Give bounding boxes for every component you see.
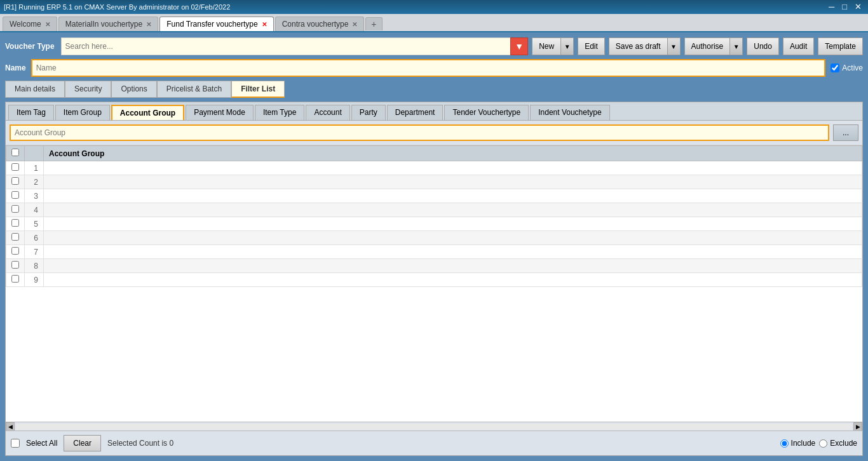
tab-add-button[interactable]: + bbox=[365, 17, 382, 30]
main-window: Welcome ✕ MaterialIn vouchertype ✕ Fund … bbox=[0, 14, 868, 461]
header-checkbox[interactable] bbox=[11, 149, 19, 156]
active-checkbox[interactable] bbox=[831, 63, 839, 72]
new-dropdown-arrow[interactable]: ▼ bbox=[561, 37, 574, 55]
audit-button[interactable]: Audit bbox=[783, 37, 814, 55]
sub-tab-tender-vouchertype[interactable]: Tender Vouchertype bbox=[444, 105, 529, 120]
select-all-checkbox[interactable] bbox=[11, 439, 20, 448]
tab-welcome[interactable]: Welcome ✕ bbox=[3, 17, 57, 31]
template-button[interactable]: Template bbox=[818, 37, 863, 55]
save-draft-dropdown-arrow[interactable]: ▼ bbox=[668, 37, 681, 55]
minimize-button[interactable]: ─ bbox=[826, 1, 837, 13]
table-body: 1 2 3 4 5 6 7 bbox=[6, 161, 862, 287]
name-input[interactable] bbox=[31, 59, 826, 77]
sub-tab-department[interactable]: Department bbox=[387, 105, 444, 120]
new-btn-group: New ▼ bbox=[532, 37, 574, 55]
row-number: 7 bbox=[25, 245, 44, 259]
authorise-group: Authorise ▼ bbox=[684, 37, 743, 55]
row-number: 5 bbox=[25, 217, 44, 231]
scroll-right-button[interactable]: ▶ bbox=[853, 422, 862, 431]
tab-contra[interactable]: Contra vouchertype ✕ bbox=[275, 17, 365, 31]
save-as-draft-button[interactable]: Save as draft bbox=[609, 37, 668, 55]
row-number: 8 bbox=[25, 259, 44, 273]
row-checkbox[interactable] bbox=[11, 163, 19, 171]
include-radio-label: Include bbox=[780, 439, 816, 448]
row-checkbox[interactable] bbox=[11, 205, 19, 213]
row-checkbox[interactable] bbox=[11, 261, 19, 269]
footer-bar: Select All Clear Selected Count is 0 Inc… bbox=[6, 431, 862, 455]
account-group-search-input[interactable] bbox=[10, 124, 829, 141]
tab-security[interactable]: Security bbox=[65, 81, 111, 98]
row-checkbox[interactable] bbox=[11, 247, 19, 255]
sub-tab-item-tag[interactable]: Item Tag bbox=[8, 105, 54, 120]
tab-materialin[interactable]: MaterialIn vouchertype ✕ bbox=[58, 17, 158, 31]
select-all-label: Select All bbox=[26, 439, 57, 448]
include-exclude-group: Include Exclude bbox=[780, 439, 857, 448]
row-checkbox-cell bbox=[6, 161, 25, 175]
close-window-button[interactable]: ✕ bbox=[852, 1, 864, 13]
include-radio[interactable] bbox=[780, 439, 789, 448]
table-row: 2 bbox=[6, 175, 862, 189]
tab-pricelist-batch[interactable]: Pricelist & Batch bbox=[157, 81, 231, 98]
tab-close-fundtransfer[interactable]: ✕ bbox=[262, 21, 267, 28]
authorise-button[interactable]: Authorise bbox=[684, 37, 731, 55]
sub-tab-nav: Item Tag Item Group Account Group Paymen… bbox=[6, 102, 862, 121]
scroll-left-button[interactable]: ◀ bbox=[6, 422, 15, 431]
sub-tab-item-type[interactable]: Item Type bbox=[255, 105, 304, 120]
active-label: Active bbox=[831, 63, 863, 72]
row-account-group bbox=[44, 245, 862, 259]
row-account-group bbox=[44, 175, 862, 189]
row-checkbox[interactable] bbox=[11, 233, 19, 241]
row-account-group bbox=[44, 217, 862, 231]
tab-options[interactable]: Options bbox=[111, 81, 156, 98]
selected-count-text: Selected Count is 0 bbox=[107, 439, 173, 448]
sub-tab-account[interactable]: Account bbox=[306, 105, 349, 120]
tab-filter-list[interactable]: Filter List bbox=[231, 81, 285, 98]
sub-tab-indent-vouchetype[interactable]: Indent Vouchetype bbox=[530, 105, 609, 120]
content-area: Voucher Type ▼ New ▼ Edit Save as draft … bbox=[0, 32, 868, 461]
row-account-group bbox=[44, 231, 862, 245]
new-button[interactable]: New bbox=[532, 37, 561, 55]
row-checkbox-cell bbox=[6, 175, 25, 189]
tab-main-details[interactable]: Main details bbox=[5, 81, 65, 98]
sub-tab-payment-mode[interactable]: Payment Mode bbox=[186, 105, 254, 120]
exclude-radio-label: Exclude bbox=[819, 439, 857, 448]
row-number: 4 bbox=[25, 203, 44, 217]
horizontal-scrollbar: ◀ ▶ bbox=[6, 422, 862, 431]
data-table-wrapper: Account Group 1 2 3 4 bbox=[6, 145, 862, 422]
row-checkbox[interactable] bbox=[11, 275, 19, 283]
tab-close-contra[interactable]: ✕ bbox=[352, 21, 357, 28]
row-checkbox-cell bbox=[6, 259, 25, 273]
maximize-button[interactable]: □ bbox=[839, 1, 850, 13]
tab-close-welcome[interactable]: ✕ bbox=[45, 21, 50, 28]
browse-button[interactable]: ... bbox=[833, 124, 858, 141]
row-checkbox[interactable] bbox=[11, 191, 19, 199]
row-checkbox[interactable] bbox=[11, 177, 19, 185]
sub-tab-account-group[interactable]: Account Group bbox=[111, 105, 184, 120]
table-row: 8 bbox=[6, 259, 862, 273]
row-checkbox-cell bbox=[6, 245, 25, 259]
title-bar: [R1] Running ERP 5.1 on CMAX Server By a… bbox=[0, 0, 868, 14]
row-checkbox-cell bbox=[6, 273, 25, 287]
tab-fundtransfer[interactable]: Fund Transfer vouchertype ✕ bbox=[159, 17, 273, 31]
voucher-type-input[interactable] bbox=[61, 37, 529, 55]
sub-tab-party[interactable]: Party bbox=[351, 105, 386, 120]
exclude-radio[interactable] bbox=[819, 439, 827, 448]
edit-button[interactable]: Edit bbox=[578, 37, 605, 55]
sub-tab-item-group[interactable]: Item Group bbox=[55, 105, 110, 120]
table-row: 3 bbox=[6, 189, 862, 203]
table-row: 7 bbox=[6, 245, 862, 259]
tab-close-materialin[interactable]: ✕ bbox=[146, 21, 151, 28]
row-number: 6 bbox=[25, 231, 44, 245]
row-checkbox[interactable] bbox=[11, 219, 19, 227]
main-tab-nav: Main details Security Options Pricelist … bbox=[5, 81, 863, 98]
authorise-dropdown-arrow[interactable]: ▼ bbox=[730, 37, 743, 55]
tab-bar: Welcome ✕ MaterialIn vouchertype ✕ Fund … bbox=[0, 14, 868, 32]
clear-button[interactable]: Clear bbox=[64, 435, 101, 451]
name-row: Name Active bbox=[5, 59, 863, 77]
account-group-table: Account Group 1 2 3 4 bbox=[6, 145, 862, 287]
voucher-type-dropdown-arrow[interactable]: ▼ bbox=[510, 37, 528, 55]
table-header-account-group: Account Group bbox=[44, 146, 862, 161]
undo-button[interactable]: Undo bbox=[747, 37, 779, 55]
table-header-checkbox bbox=[6, 146, 25, 161]
table-row: 5 bbox=[6, 217, 862, 231]
